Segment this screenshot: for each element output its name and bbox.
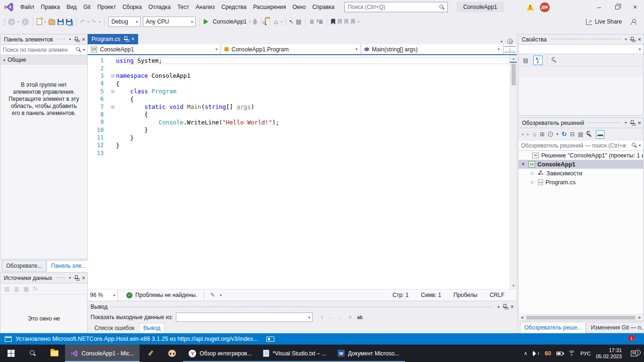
split-editor-button[interactable]: ↕ [504,46,516,52]
tree-item[interactable]: ▼C#ConsoleApp1 [519,160,643,169]
output-source-dropdown[interactable]: ▾ [176,313,313,322]
menu-item-проект[interactable]: Проект [94,1,119,13]
tree-item[interactable]: ▷Зависимости [519,169,643,178]
pending-changes-filter-icon[interactable] [548,132,553,137]
wrench-icon[interactable] [552,57,558,63]
taskbar-game-button[interactable] [161,345,183,362]
close-icon[interactable]: × [82,37,85,42]
tree-expander-icon[interactable]: ▼ [520,161,527,168]
taskbar-tools-app-button[interactable] [140,345,161,362]
keyboard-icon[interactable] [266,337,274,342]
wifi-icon[interactable] [568,351,575,356]
menu-item-вид[interactable]: Вид [63,1,80,13]
type-dropdown[interactable]: ConsoleApp1.Program ▾ [221,44,361,54]
code-line-7[interactable]: 7⊟ static void Main(string[] args) [88,103,510,110]
new-file-icon[interactable] [37,18,42,25]
chevron-down-icon[interactable]: ▾ [639,143,641,148]
vertical-scrollbar[interactable]: ▲ ▼ [510,55,517,289]
window-position-icon[interactable]: ▾ [69,37,71,41]
taskbar-word-button[interactable]: W Документ Microso... [332,345,405,362]
navigate-back-button[interactable]: ◂ [8,18,15,25]
project-dropdown[interactable]: C# ConsoleApp1 ▾ [88,44,221,54]
code-line-8[interactable]: 8 { [88,111,510,118]
taskbar-search-button[interactable] [22,345,43,362]
edit-data-source-icon[interactable]: ▦ [24,286,29,292]
code-cleanup-icon[interactable]: ✎ [210,292,215,298]
solution-configuration-dropdown[interactable]: Debug▾ [108,16,140,27]
pin-icon[interactable] [74,37,78,42]
previous-bookmark-icon[interactable] [338,19,342,25]
chevron-down-icon[interactable]: ▾ [556,132,558,136]
sort-lines-icon[interactable]: ²≣ [316,18,323,25]
horizontal-scrollbar[interactable]: ◀ ▶ [519,314,643,321]
taskbar-notepad-button[interactable]: *Visual Studio.txt – ... [257,345,332,362]
word-wrap-icon[interactable]: ab [357,315,363,320]
home-icon[interactable]: ⌂ [533,131,537,138]
undo-dropdown-icon[interactable]: ▾ [87,20,89,24]
scroll-down-icon[interactable]: ▼ [512,282,515,289]
taskbar-clock[interactable]: 17:31 05.02.2023 [596,347,622,359]
code-line-10[interactable]: 10 } [88,126,510,134]
action-center-button[interactable]: 1 [627,351,641,356]
code-text[interactable]: { [116,111,510,118]
code-editor[interactable]: 1using System;23⊟namespace ConsoleApp14{… [88,55,517,289]
tab-program-cs[interactable]: Program.cs × [88,34,138,44]
solution-search-input[interactable] [521,142,630,149]
output-title-bar[interactable]: Вывод ▾ × [91,302,514,312]
menu-item-тест[interactable]: Тест [174,1,192,13]
code-line-9[interactable]: 9 Console.WriteLine("Hello World!"); [88,118,510,126]
find-in-files-icon[interactable] [265,18,266,25]
menu-item-git[interactable]: Git [80,1,94,13]
configure-data-source-icon[interactable]: ▥ [14,286,19,292]
switch-views-icon[interactable]: ⊞ [540,131,545,138]
search-icon[interactable] [76,47,81,52]
back-icon[interactable]: ◂ [521,131,524,137]
fold-minus-icon[interactable]: ⊟ [109,74,116,78]
scrollbar-thumb[interactable] [512,64,516,85]
member-dropdown[interactable]: Main(string[] args) ▾ [361,44,504,54]
next-message-icon[interactable]: → [338,314,343,320]
next-bookmark-icon[interactable] [344,19,348,25]
user-avatar[interactable]: ДМ [540,2,550,12]
minimize-button[interactable]: – [590,0,608,14]
code-text[interactable]: Console.WriteLine("Hello World!"); [116,119,510,126]
start-dropdown-icon[interactable]: ▾ [249,20,251,24]
scroll-up-icon[interactable]: ▲ [512,55,515,62]
refresh-icon[interactable]: ↻ [33,286,38,292]
tree-item[interactable]: ∞Решение "ConsoleApp1" (проекты: 1 из 1) [519,151,643,160]
redo-icon[interactable]: ↷ [91,18,96,25]
panel-drag-handle[interactable] [56,277,66,279]
categorized-view-icon[interactable]: ▤ [521,56,530,65]
menu-item-отладка[interactable]: Отладка [145,1,174,13]
tab-output[interactable]: Вывод [139,323,165,333]
code-line-13[interactable]: 13 [88,149,510,157]
code-text[interactable]: { [116,96,510,103]
toolbox-title-bar[interactable]: Панель элементов ▾ × [0,34,87,45]
warning-icon[interactable] [527,4,534,10]
alphabetical-sort-icon[interactable]: A↓Z [533,56,543,65]
code-line-5[interactable]: 5⊟ class Program [88,88,510,95]
tab-error-list[interactable]: Список ошибок [91,323,138,333]
line-indicator[interactable]: Стр: 1 [393,292,409,298]
battery-icon[interactable] [556,352,563,355]
menu-item-сборка[interactable]: Сборка [119,1,145,13]
window-position-icon[interactable]: ▾ [625,37,627,41]
goto-message-icon[interactable]: ↴ [319,314,323,321]
collapse-all-icon[interactable]: ⊟ [570,131,575,138]
code-text[interactable]: } [116,126,510,133]
tree-expander-icon[interactable]: ▷ [530,180,536,184]
health-check-icon[interactable]: ✓ [126,292,132,298]
code-text[interactable]: using System; [116,57,510,64]
tab-git-changes[interactable]: Изменения Git — п... [586,322,644,333]
menu-item-окно[interactable]: Окно [289,1,309,13]
pin-icon[interactable] [74,275,78,281]
code-text[interactable]: } [116,134,510,141]
code-text[interactable]: } [116,142,510,149]
toolbox-group-header[interactable]: ▴ Общие [0,55,87,65]
redo-dropdown-icon[interactable]: ▾ [99,20,100,24]
solution-search-box[interactable]: ▾ [519,140,643,151]
menu-item-средства[interactable]: Средства [218,1,250,13]
close-icon[interactable]: × [637,37,641,42]
code-cleanup-dropdown-icon[interactable]: ▾ [220,293,222,297]
solution-explorer-title-bar[interactable]: Обозреватель решений ▾ × [519,118,643,128]
